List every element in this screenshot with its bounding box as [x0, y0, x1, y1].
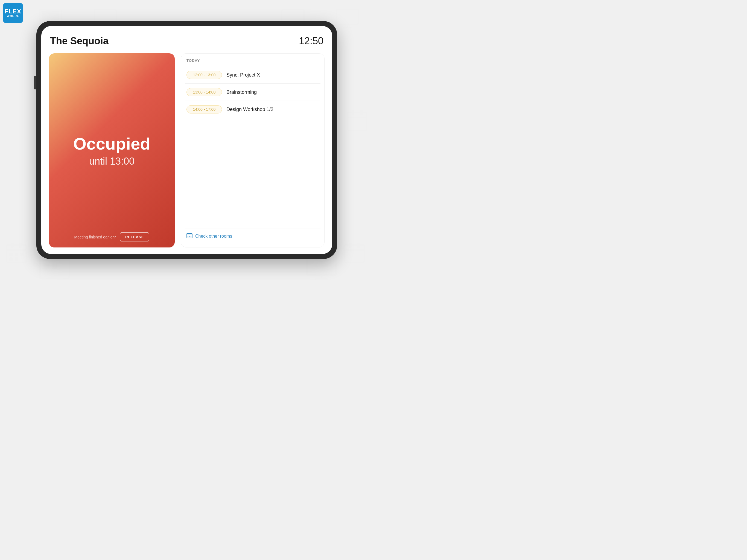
svg-rect-25: [357, 243, 360, 248]
svg-rect-17: [9, 253, 12, 256]
time-badge: 13:00 - 14:00: [186, 88, 222, 96]
svg-rect-41: [187, 236, 188, 236]
svg-rect-42: [189, 236, 190, 236]
svg-rect-19: [20, 253, 23, 256]
meeting-name: Sync: Project X: [226, 72, 260, 78]
release-row: Meeting finished earlier? RELEASE: [74, 232, 150, 241]
schedule-item: 14:00 - 17:00Design Workshop 1/2: [185, 101, 320, 118]
svg-rect-22: [344, 245, 364, 262]
screen-content: The Sequoia 12:50 Occupied until 13:00 M…: [41, 26, 332, 254]
occupied-label: Occupied: [73, 134, 151, 153]
svg-rect-3: [42, 11, 59, 22]
right-panel: TODAY 12:00 - 13:00Sync: Project X13:00 …: [181, 53, 325, 248]
svg-rect-26: [347, 113, 367, 130]
today-label: TODAY: [185, 58, 320, 62]
room-name: The Sequoia: [50, 35, 108, 47]
meeting-name: Design Workshop 1/2: [226, 107, 274, 112]
release-button[interactable]: RELEASE: [120, 232, 149, 241]
meeting-name: Brainstorming: [226, 90, 257, 95]
flexwhere-logo: FLEX WHERE: [3, 3, 23, 23]
header-row: The Sequoia 12:50: [49, 32, 325, 50]
svg-rect-16: [19, 243, 22, 248]
tablet-screen: The Sequoia 12:50 Occupied until 13:00 M…: [41, 26, 332, 254]
calendar-grid-icon: [186, 233, 192, 239]
time-badge: 14:00 - 17:00: [186, 105, 222, 113]
svg-rect-13: [6, 245, 26, 262]
meeting-finished-text: Meeting finished earlier?: [74, 235, 116, 239]
svg-rect-43: [190, 236, 191, 236]
svg-rect-35: [52, 264, 57, 269]
time-badge: 12:00 - 13:00: [186, 71, 222, 79]
svg-rect-29: [360, 110, 363, 116]
occupied-panel: Occupied until 13:00 Meeting finished ea…: [49, 53, 175, 248]
logo-where-text: WHERE: [7, 15, 19, 18]
svg-rect-21: [15, 258, 18, 261]
svg-rect-15: [11, 243, 14, 248]
current-time: 12:50: [299, 35, 324, 47]
svg-rect-24: [349, 243, 352, 248]
svg-rect-7: [337, 9, 359, 24]
schedule-item: 13:00 - 14:00Brainstorming: [185, 84, 320, 101]
svg-rect-20: [9, 258, 12, 261]
schedule-item: 12:00 - 13:00Sync: Project X: [185, 67, 320, 84]
until-label: until 13:00: [89, 156, 134, 167]
svg-rect-18: [15, 253, 18, 256]
schedule-list: 12:00 - 13:00Sync: Project X13:00 - 14:0…: [185, 67, 320, 229]
main-panels: Occupied until 13:00 Meeting finished ea…: [49, 53, 325, 248]
svg-rect-34: [44, 264, 49, 269]
tablet-frame: The Sequoia 12:50 Occupied until 13:00 M…: [36, 21, 337, 259]
check-other-rooms-text: Check other rooms: [195, 234, 232, 239]
svg-rect-28: [352, 110, 354, 116]
logo-flex-text: FLEX: [5, 8, 21, 15]
check-other-rooms-button[interactable]: Check other rooms: [185, 229, 320, 244]
